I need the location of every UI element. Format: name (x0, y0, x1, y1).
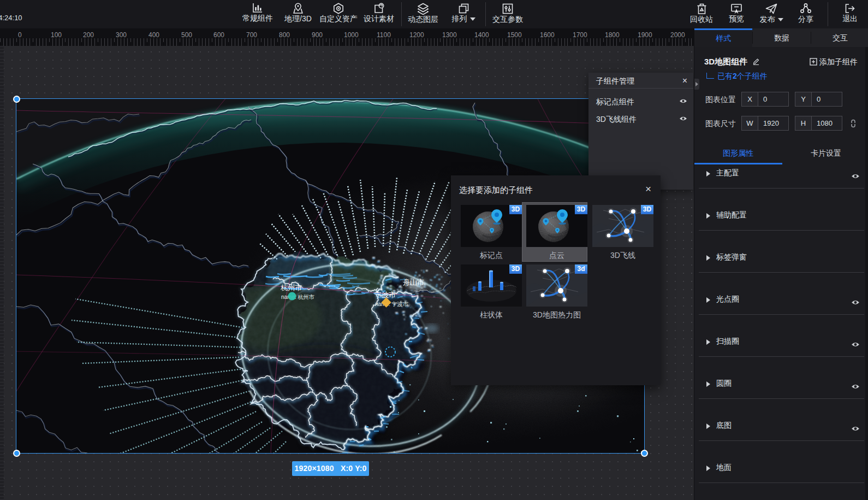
svg-text:宁波市: 宁波市 (374, 291, 396, 299)
svg-text:舟山市: 舟山市 (403, 278, 424, 286)
svg-text:name: 宁波市: name: 宁波市 (375, 301, 409, 307)
svg-text:杭州市: 杭州市 (281, 284, 302, 292)
svg-text:name: 杭州市: name: 杭州市 (281, 294, 315, 300)
